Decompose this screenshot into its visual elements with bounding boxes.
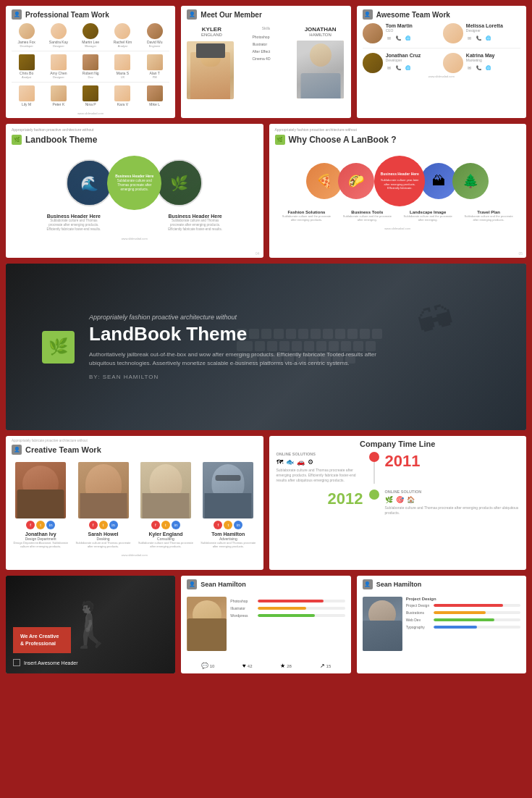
slide4-icon: 🌿 <box>12 135 22 145</box>
stat-shares: ↗ 15 <box>320 663 332 669</box>
sean-photo-male <box>363 597 402 651</box>
social-icon: 📞 <box>476 64 483 72</box>
creative-photo-kyler <box>140 462 191 518</box>
person1-name: KYLER <box>187 26 236 33</box>
slide9-checkbox[interactable] <box>13 659 20 666</box>
creative-team-grid: f t in Jonathan Ivy Design Department De… <box>12 462 258 548</box>
slide2-right-person: JONATHAN HAMILTON <box>296 26 345 114</box>
timeline-event-2012: 2012 ONLINE SOLUTION 🌿 🎯 🏠 Sublaborate c… <box>276 490 520 516</box>
skills-label: Project Design <box>406 597 520 601</box>
creative-member-tom: f t in Tom Hamilton Advertising Sublabor… <box>199 462 257 548</box>
row2: Appropriately fashion proactive architec… <box>6 124 526 258</box>
sean-skills-2: Project Design Project Design Illustrati… <box>406 597 520 669</box>
slide-meet-member[interactable]: 👤 Meet Our Member KYLER ENGLAND <box>181 6 350 118</box>
social-icon-tw: t <box>224 521 232 529</box>
social-icon: 📞 <box>395 64 402 72</box>
person2-role: HAMILTON <box>296 33 345 37</box>
slide5-icon: 🌿 <box>275 135 285 145</box>
slide7-title: Creative Team Work <box>25 445 101 454</box>
slide11-content: Project Design Project Design Illustrati… <box>357 593 526 673</box>
creative-member-jonathan: f t in Jonathan Ivy Design Department De… <box>12 462 69 548</box>
team-member: Sandra Kay Designer <box>43 23 73 48</box>
row3: 🕶 <box>6 264 526 430</box>
slide2-icon: 👤 <box>187 9 197 20</box>
timeline-dot-2011 <box>369 452 379 462</box>
team-member-row: Tom Martin CEO ✉ 📞 🌐 Melissa Loretta De <box>363 23 520 43</box>
stat-likes: ♥ 42 <box>242 663 252 669</box>
slide4-url: www.slidesalad.com <box>6 237 263 240</box>
slide11-title: Sean Hamilton <box>376 581 422 588</box>
why-items-row: Fashion Solutions Sublaborate culture an… <box>276 210 520 222</box>
social-icon-fb: f <box>214 521 222 529</box>
slide2-center-bars: Skills Photoshop Illustrator After Effec… <box>241 26 292 114</box>
slide-creative-team[interactable]: Appropriately fabricate proactive archit… <box>6 436 263 570</box>
social-icon-ln: in <box>109 521 118 529</box>
slide6-tagline: Appropriately fashion proactive architec… <box>89 314 379 321</box>
circles-row: 🌊 Business Header HereSublaborate cultur… <box>13 156 256 210</box>
social-icon-tw: t <box>99 521 108 529</box>
creative-member-kyler: f t in Kyler England Consulting Sublabor… <box>137 462 195 548</box>
social-icon-tw: t <box>161 521 170 529</box>
social-icon: ✉ <box>466 35 473 42</box>
why-item: Landscape Image Sublaborate culture and … <box>402 210 453 222</box>
social-icons-row: f t in <box>151 521 180 529</box>
team-member: Kara V <box>108 85 138 106</box>
slide5-number: 05 <box>518 251 523 256</box>
slide-landbook-big[interactable]: 🕶 <box>6 264 526 430</box>
slide1-url: www.slidesalad.com <box>6 112 175 115</box>
slide7-icon: 👤 <box>12 445 22 455</box>
slide3-title: Awesome Team Work <box>376 11 450 19</box>
slide5-content: 🍕 🌮 Business Header HereSublaborate cult… <box>269 148 527 225</box>
team-member: James Fox Developer <box>12 23 41 48</box>
slide-professional-team[interactable]: 👤 Professional Team Work James Fox Devel… <box>6 6 175 118</box>
sean-profile-top-2: Project Design Project Design Illustrati… <box>363 597 520 669</box>
sean-stats: 💬 10 ♥ 42 ★ 28 ↗ 15 <box>187 663 345 669</box>
row4: Appropriately fabricate proactive archit… <box>6 436 526 570</box>
slide-awesome-team[interactable]: 👤 Awesome Team Work Tom Martin CEO ✉ 📞 <box>357 6 526 118</box>
social-icon: 📞 <box>476 35 483 42</box>
slide7-content: f t in Jonathan Ivy Design Department De… <box>6 458 263 552</box>
team-member: Martin Lee Manager <box>76 23 106 48</box>
slide4-content: 🌊 Business Header HereSublaborate cultur… <box>6 148 263 235</box>
slide-timeline[interactable]: Company Time Line ONLINE SOLUTIONS 🗺 🐟 🚗… <box>269 436 527 570</box>
slide5-title: Why Choose A LanBook ? <box>289 135 397 145</box>
slide9-text-block: We Are Creative & Professional <box>13 627 71 653</box>
slide3-icon: 👤 <box>363 9 373 20</box>
social-icon: 📞 <box>395 35 402 42</box>
circles-below: Business Header Here Sublaborate culture… <box>13 214 256 232</box>
why-circles-row: 🍕 🌮 Business Header HereSublaborate cult… <box>276 156 520 206</box>
slide7-url: www.slidesalad.com <box>6 553 263 557</box>
slide6-description: Authoritatively jailbreak out-of-the-box… <box>89 350 379 368</box>
share-icon: ↗ <box>320 663 325 669</box>
avatar-jonathan <box>363 53 383 73</box>
social-icons-row: f t in <box>89 521 118 529</box>
slide-why-lanbook[interactable]: Appropriately fashion proactive architec… <box>269 124 527 258</box>
slide4-number: 04 <box>256 251 260 256</box>
comment-icon: 💬 <box>201 663 208 669</box>
avatar-melissa <box>443 23 463 43</box>
avatar-katrina <box>443 53 463 73</box>
social-icon-tw: t <box>36 521 45 529</box>
slide6-content: 🌿 Appropriately fashion proactive archit… <box>6 292 415 402</box>
creative-member-sarah: f t in Sarah Howel Desking Sublaborate c… <box>74 462 132 548</box>
timeline-year-2012: 2012 <box>276 490 363 508</box>
team-grid-row1: James Fox Developer Sandra Kay Designer … <box>12 23 169 48</box>
slide6-logo: 🌿 <box>42 331 75 364</box>
team-member: Maria S UX <box>108 54 138 79</box>
slide-creative-dark[interactable]: 🚶 We Are Creative & Professional Insert … <box>6 576 175 673</box>
slide3-content: Tom Martin CEO ✉ 📞 🌐 Melissa Loretta De <box>357 23 526 73</box>
slide-sean-hamilton-2[interactable]: 👤 Sean Hamilton Project Design <box>357 576 526 673</box>
social-icon-fb: f <box>151 521 160 529</box>
timeline-event-2011: ONLINE SOLUTIONS 🗺 🐟 🚗 ⚙ Sublaborate cul… <box>276 452 520 484</box>
team-member: Peter K <box>43 85 73 106</box>
slide-sean-hamilton-1[interactable]: 👤 Sean Hamilton Photoshop <box>181 576 350 673</box>
below-item: Business Header Here Sublaborate culture… <box>45 214 103 232</box>
social-icon-ln: in <box>46 521 55 529</box>
slide2-title: Meet Our Member <box>200 11 261 19</box>
slide10-title: Sean Hamilton <box>200 581 246 588</box>
team-member: Nina P <box>76 85 106 106</box>
slide9-creative-title: We Are Creative & Professional <box>20 633 64 647</box>
slide6-author: BY: SEAN HAMILTON <box>89 374 379 380</box>
why-center-bubble: Business Header HereSublaborate culture … <box>374 156 425 206</box>
slide-landbook-theme[interactable]: Appropriately fashion proactive architec… <box>6 124 263 258</box>
